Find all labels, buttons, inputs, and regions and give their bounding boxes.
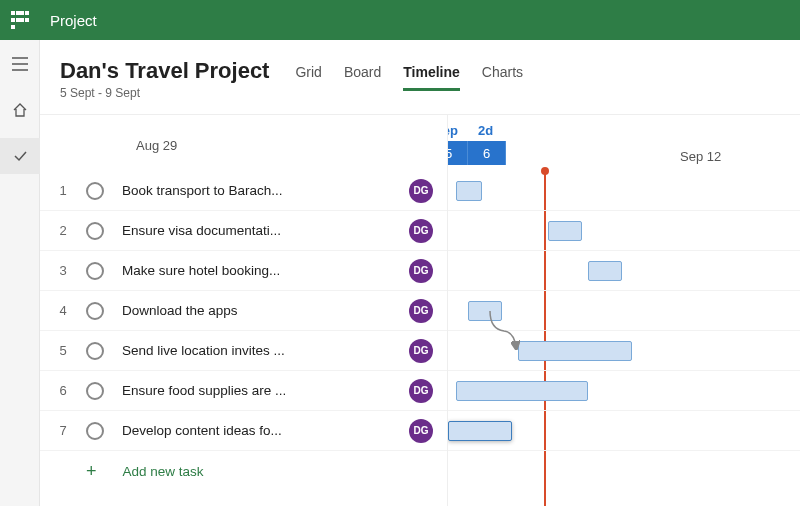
tab-charts[interactable]: Charts <box>482 64 523 91</box>
project-header: Dan's Travel Project 5 Sept - 9 Sept Gri… <box>40 40 800 100</box>
project-date-range: 5 Sept - 9 Sept <box>60 86 269 100</box>
task-number: 2 <box>40 223 86 238</box>
task-row[interactable]: 2Ensure visa documentati...DG <box>40 211 447 251</box>
gantt-bar[interactable] <box>456 381 588 401</box>
timeline-area: Aug 29 1Book transport to Barach...DG2En… <box>40 114 800 506</box>
timeline-duration: 2d <box>478 123 493 138</box>
complete-toggle-icon[interactable] <box>86 342 104 360</box>
assignee-avatar[interactable]: DG <box>409 379 433 403</box>
task-number: 6 <box>40 383 86 398</box>
assignee-avatar[interactable]: DG <box>409 259 433 283</box>
task-number: 3 <box>40 263 86 278</box>
complete-toggle-icon[interactable] <box>86 222 104 240</box>
app-name: Project <box>50 12 97 29</box>
app-launcher-icon[interactable] <box>8 8 32 32</box>
complete-toggle-icon[interactable] <box>86 302 104 320</box>
task-row[interactable]: 1Book transport to Barach...DG <box>40 171 447 211</box>
left-nav <box>0 40 40 506</box>
tab-timeline[interactable]: Timeline <box>403 64 460 91</box>
task-name[interactable]: Send live location invites ... <box>122 343 409 358</box>
assignee-avatar[interactable]: DG <box>409 179 433 203</box>
gantt-bar[interactable] <box>588 261 622 281</box>
app-topbar: Project <box>0 0 800 40</box>
task-list-pane: Aug 29 1Book transport to Barach...DG2En… <box>40 115 448 506</box>
task-name[interactable]: Download the apps <box>122 303 409 318</box>
assignee-avatar[interactable]: DG <box>409 219 433 243</box>
project-title: Dan's Travel Project <box>60 58 269 84</box>
view-tabs: Grid Board Timeline Charts <box>295 64 523 91</box>
gantt-bar[interactable] <box>548 221 582 241</box>
task-number: 5 <box>40 343 86 358</box>
timeline-month: Sep <box>448 123 458 138</box>
gantt-bar[interactable] <box>448 421 512 441</box>
home-icon[interactable] <box>0 92 40 128</box>
main-content: Dan's Travel Project 5 Sept - 9 Sept Gri… <box>40 40 800 506</box>
gantt-row <box>448 171 800 211</box>
task-row[interactable]: 6Ensure food supplies are ...DG <box>40 371 447 411</box>
add-task-button[interactable]: + Add new task <box>40 451 447 491</box>
task-row[interactable]: 5Send live location invites ...DG <box>40 331 447 371</box>
gantt-row <box>448 211 800 251</box>
assignee-avatar[interactable]: DG <box>409 299 433 323</box>
task-name[interactable]: Develop content ideas fo... <box>122 423 409 438</box>
task-number: 1 <box>40 183 86 198</box>
menu-icon[interactable] <box>0 46 40 82</box>
task-name[interactable]: Ensure visa documentati... <box>122 223 409 238</box>
task-number: 7 <box>40 423 86 438</box>
timeline-left-date: Aug 29 <box>40 138 447 171</box>
assignee-avatar[interactable]: DG <box>409 339 433 363</box>
assignee-avatar[interactable]: DG <box>409 419 433 443</box>
timeline-right-date: Sep 12 <box>680 149 721 164</box>
task-row[interactable]: 3Make sure hotel booking...DG <box>40 251 447 291</box>
task-number: 4 <box>40 303 86 318</box>
complete-toggle-icon[interactable] <box>86 182 104 200</box>
dependency-arrow-icon <box>484 307 554 357</box>
task-row[interactable]: 4Download the appsDG <box>40 291 447 331</box>
checkmark-icon[interactable] <box>0 138 40 174</box>
add-task-label: Add new task <box>123 464 204 479</box>
complete-toggle-icon[interactable] <box>86 262 104 280</box>
complete-toggle-icon[interactable] <box>86 382 104 400</box>
timeline-day-cell[interactable]: 5 <box>448 141 468 165</box>
plus-icon: + <box>86 461 97 482</box>
gantt-pane: Sep 2d 56 Sep 12 <box>448 115 800 506</box>
tab-grid[interactable]: Grid <box>295 64 321 91</box>
gantt-bar[interactable] <box>456 181 482 201</box>
task-row[interactable]: 7Develop content ideas fo...DG <box>40 411 447 451</box>
gantt-row <box>448 251 800 291</box>
tab-board[interactable]: Board <box>344 64 381 91</box>
complete-toggle-icon[interactable] <box>86 422 104 440</box>
timeline-selected-days: 56 <box>448 141 506 165</box>
task-name[interactable]: Book transport to Barach... <box>122 183 409 198</box>
task-name[interactable]: Ensure food supplies are ... <box>122 383 409 398</box>
task-name[interactable]: Make sure hotel booking... <box>122 263 409 278</box>
timeline-day-cell[interactable]: 6 <box>468 141 506 165</box>
